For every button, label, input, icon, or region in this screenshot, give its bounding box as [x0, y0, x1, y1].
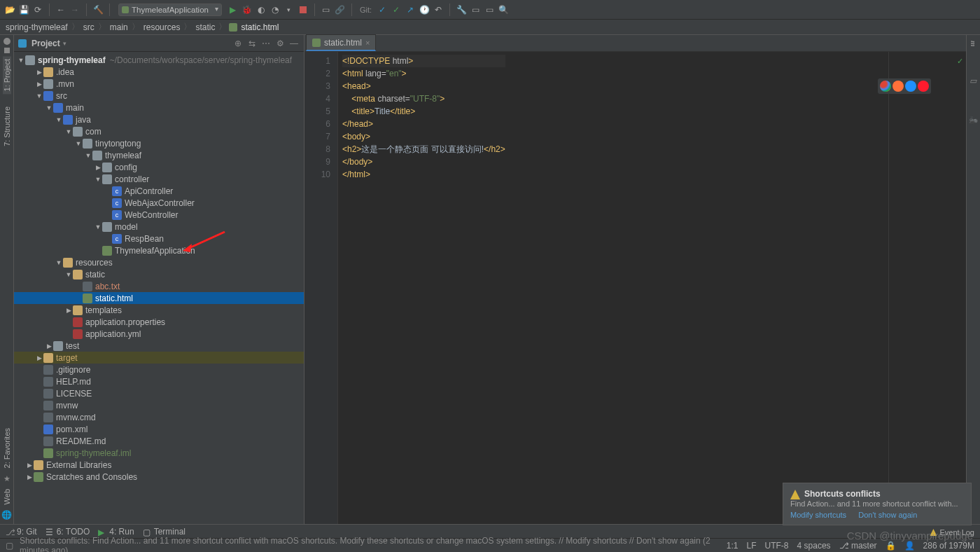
crumb-5[interactable]: static.html: [239, 22, 280, 32]
attach-icon[interactable]: ▾: [284, 4, 295, 15]
project-tree[interactable]: ▼spring-thymeleaf~/Documents/workspace/s…: [14, 52, 304, 524]
refresh-icon[interactable]: ⟳: [32, 4, 43, 15]
todo-tool-button[interactable]: ☰6: TODO: [46, 527, 90, 537]
tree-apicontroller[interactable]: ApiController: [14, 185, 304, 197]
tree-controller[interactable]: ▼controller: [14, 173, 304, 185]
tree-mvnwcmd[interactable]: mvnw.cmd: [14, 411, 304, 423]
globe-icon[interactable]: 🌐: [1, 510, 12, 520]
nav2-icon[interactable]: [4, 48, 10, 53]
tree-thymeleafapp[interactable]: ThymeleafApplication: [14, 244, 304, 256]
chrome-icon[interactable]: [880, 81, 891, 92]
favorites-tool-button[interactable]: 2: Favorites: [3, 425, 11, 471]
crumb-4[interactable]: static: [194, 22, 216, 32]
tree-static[interactable]: ▼static: [14, 268, 304, 280]
structure-tool-button[interactable]: 7: Structure: [3, 104, 11, 149]
tree-appprop[interactable]: application.properties: [14, 316, 304, 328]
layout-icon[interactable]: ▭: [484, 4, 495, 15]
crumb-3[interactable]: resources: [142, 22, 182, 32]
tree-helpmd[interactable]: HELP.md: [14, 375, 304, 387]
tree-appyml[interactable]: application.yml: [14, 328, 304, 340]
code-content[interactable]: <!DOCTYPE html><html lang="en"><head> <m…: [338, 52, 505, 524]
nav-icon[interactable]: [4, 38, 10, 45]
firefox-icon[interactable]: [892, 81, 904, 92]
tree-webajax[interactable]: WebAjaxController: [14, 197, 304, 209]
link-icon[interactable]: 🔗: [335, 4, 346, 15]
ant-tool-button[interactable]: 🐜: [969, 115, 978, 124]
device-icon[interactable]: ▭: [321, 4, 332, 15]
tree-idea[interactable]: ▶.idea: [14, 66, 304, 78]
crumb-1[interactable]: src: [82, 22, 96, 32]
tree-scratches[interactable]: ▶Scratches and Consoles: [14, 471, 304, 483]
editor-tab-static[interactable]: static.html ×: [306, 34, 376, 51]
settings-icon[interactable]: ⚙: [274, 38, 286, 49]
tree-respbean[interactable]: RespBean: [14, 233, 304, 244]
tree-config[interactable]: ▶config: [14, 161, 304, 173]
tree-mvn[interactable]: ▶.mvn: [14, 78, 304, 90]
ide-icon[interactable]: ▭: [470, 4, 481, 15]
debug-icon[interactable]: 🐞: [241, 4, 253, 15]
terminal-tool-button[interactable]: ▢Terminal: [143, 527, 186, 537]
memory[interactable]: 286 of 1979M: [923, 541, 974, 551]
project-tool-button[interactable]: 1: Project: [3, 56, 11, 94]
back-icon[interactable]: ←: [55, 4, 66, 15]
encoding[interactable]: UTF-8: [765, 541, 789, 551]
database-tool-button[interactable]: ▭: [969, 76, 978, 85]
line-ending[interactable]: LF: [747, 541, 757, 551]
coverage-icon[interactable]: ◐: [255, 4, 267, 15]
tree-readme[interactable]: README.md: [14, 435, 304, 447]
tree-extlib[interactable]: ▶External Libraries: [14, 459, 304, 471]
code-editor[interactable]: 12345678910 <!DOCTYPE html><html lang="e…: [304, 52, 966, 524]
git-branch[interactable]: ⎇ master: [839, 541, 877, 551]
git-update-icon[interactable]: ✓: [377, 4, 388, 15]
git-push-icon[interactable]: ↗: [405, 4, 416, 15]
run-tool-button[interactable]: ▶4: Run: [98, 527, 134, 537]
expand-icon[interactable]: ⇆: [246, 38, 258, 49]
tree-mvnw[interactable]: mvnw: [14, 399, 304, 411]
caret-pos[interactable]: 1:1: [727, 541, 738, 551]
tree-model[interactable]: ▼model: [14, 221, 304, 233]
indent[interactable]: 4 spaces: [797, 541, 831, 551]
close-icon[interactable]: ×: [365, 39, 370, 47]
build-icon[interactable]: 🔨: [92, 4, 104, 15]
star-icon[interactable]: ★: [4, 474, 10, 483]
wrench-icon[interactable]: 🔧: [456, 4, 467, 15]
run-config-combo[interactable]: ThymeleafApplication: [118, 4, 222, 16]
crumb-2[interactable]: main: [108, 22, 130, 32]
tree-statichtml[interactable]: static.html: [14, 292, 304, 304]
tw-icon[interactable]: ▢: [6, 541, 15, 551]
lock-icon[interactable]: 🔒: [886, 541, 896, 551]
tree-root[interactable]: ▼spring-thymeleaf~/Documents/workspace/s…: [14, 54, 304, 66]
open-icon[interactable]: 📂: [4, 4, 15, 15]
save-icon[interactable]: 💾: [18, 4, 29, 15]
hide-icon[interactable]: —: [288, 38, 300, 49]
tree-main[interactable]: ▼main: [14, 102, 304, 113]
forward-icon[interactable]: →: [69, 4, 80, 15]
git-history-icon[interactable]: 🕐: [419, 4, 430, 15]
locate-icon[interactable]: ⊕: [232, 38, 244, 49]
analysis-ok-icon[interactable]: ✓: [957, 55, 963, 67]
collapse-icon[interactable]: ⋯: [260, 38, 272, 49]
tree-src[interactable]: ▼src: [14, 90, 304, 102]
modify-shortcuts-link[interactable]: Modify shortcuts: [790, 511, 846, 519]
tree-templates[interactable]: ▶templates: [14, 304, 304, 316]
maven-tool-button[interactable]: m: [969, 41, 978, 47]
inspect-icon[interactable]: 👤: [904, 541, 915, 551]
git-tool-button[interactable]: ⎇9: Git: [6, 527, 37, 537]
crumb-0[interactable]: spring-thymeleaf: [4, 22, 69, 32]
stop-icon[interactable]: [298, 4, 309, 15]
tree-target[interactable]: ▶target: [14, 352, 304, 364]
tree-test[interactable]: ▶test: [14, 340, 304, 352]
git-commit-icon[interactable]: ✓: [391, 4, 402, 15]
web-tool-button[interactable]: Web: [3, 486, 11, 507]
tree-java[interactable]: ▼java: [14, 113, 304, 125]
profile-icon[interactable]: ◔: [270, 4, 281, 15]
run-icon[interactable]: ▶: [227, 4, 239, 15]
tree-gitignore[interactable]: .gitignore: [14, 364, 304, 375]
tree-tinytongtong[interactable]: ▼tinytongtong: [14, 137, 304, 149]
tree-iml[interactable]: spring-thymeleaf.iml: [14, 447, 304, 459]
git-rollback-icon[interactable]: ↶: [433, 4, 444, 15]
tree-license[interactable]: LICENSE: [14, 387, 304, 399]
panel-title[interactable]: Project: [31, 39, 60, 48]
tree-pomxml[interactable]: pom.xml: [14, 423, 304, 435]
tree-webcontroller[interactable]: WebController: [14, 209, 304, 221]
